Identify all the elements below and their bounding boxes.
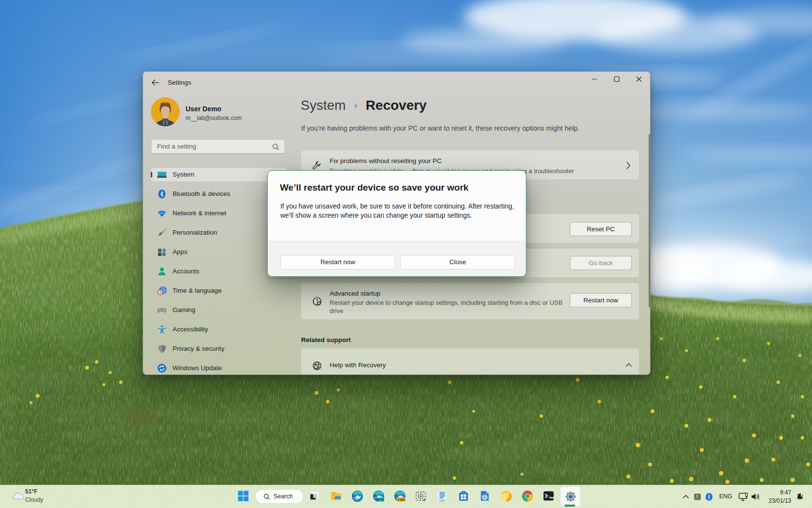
- svg-text:BETA: BETA: [376, 498, 384, 501]
- svg-text:CAN: CAN: [397, 498, 404, 501]
- svg-text:PRE: PRE: [549, 496, 554, 499]
- svg-text:z: z: [802, 493, 803, 497]
